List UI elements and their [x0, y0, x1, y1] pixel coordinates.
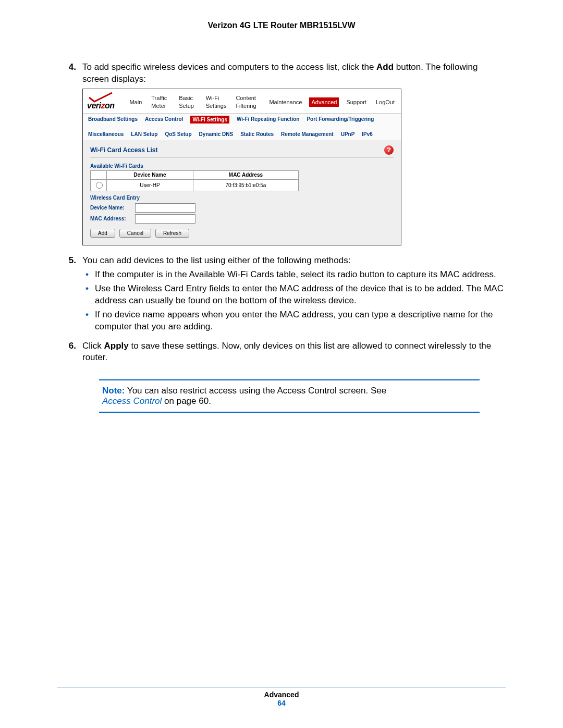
sub-tab-qos-setup[interactable]: QoS Setup: [165, 131, 191, 138]
step-4-text-a: To add specific wireless devices and com…: [82, 62, 376, 72]
verizon-logo: verizon: [87, 92, 121, 111]
sub-tab-broadband-settings[interactable]: Broadband Settings: [88, 116, 138, 124]
step-6-bold: Apply: [104, 341, 129, 351]
wireless-entry-label: Wireless Card Entry: [90, 194, 394, 202]
device-name-label: Device Name:: [90, 204, 132, 212]
cancel-button[interactable]: Cancel: [119, 229, 151, 238]
footer-section: Advanced: [57, 690, 506, 699]
footer-page: 64: [57, 699, 506, 707]
sub-tab-wi-fi-repeating-function[interactable]: Wi-Fi Repeating Function: [237, 116, 299, 124]
step-6-text-a: Click: [82, 341, 104, 351]
top-tab-content-filtering[interactable]: Content Filtering: [234, 93, 262, 111]
mac-label: MAC Address:: [90, 215, 132, 223]
step-5-text: You can add devices to the list using ei…: [82, 255, 350, 265]
sub-tab-lan-setup[interactable]: LAN Setup: [131, 131, 157, 138]
page-footer: Advanced 64: [57, 687, 506, 707]
step-4-bold: Add: [376, 62, 394, 72]
sub-tabs: Broadband SettingsAccess ControlWi-Fi Se…: [83, 113, 401, 140]
sub-tab-ipv6[interactable]: IPv6: [362, 131, 373, 138]
step-6-text-b: to save these settings. Now, only device…: [82, 341, 491, 363]
sub-tab-access-control[interactable]: Access Control: [145, 116, 183, 124]
top-tab-logout[interactable]: LogOut: [374, 97, 397, 107]
step-5-bullet-3: If no device name appears when you enter…: [82, 309, 506, 333]
col-mac: MAC Address: [193, 171, 298, 180]
note-text2: on page 60.: [162, 396, 211, 406]
note-box: Note: You can also restrict access using…: [99, 379, 480, 413]
row-device-name: User-HP: [107, 179, 193, 191]
top-tabs: MainTraffic MeterBasic SetupWi-Fi Settin…: [127, 93, 397, 111]
sub-tab-dynamic-dns[interactable]: Dynamic DNS: [199, 131, 234, 138]
sub-tab-port-forwarding-triggering[interactable]: Port Forwarding/Triggering: [307, 116, 374, 124]
top-tab-basic-setup[interactable]: Basic Setup: [177, 93, 198, 111]
step-6-num: 6.: [57, 340, 82, 364]
top-tab-traffic-meter[interactable]: Traffic Meter: [149, 93, 172, 111]
step-5-num: 5.: [57, 255, 82, 337]
add-button[interactable]: Add: [90, 229, 115, 238]
top-tab-maintenance[interactable]: Maintenance: [267, 97, 304, 107]
row-mac: 70:f3:95:b1:e0:5a: [193, 179, 298, 191]
step-4-num: 4.: [57, 61, 82, 252]
available-cards-table: Device Name MAC Address User-HP 70:f3:95…: [90, 170, 299, 191]
device-name-input[interactable]: [135, 203, 195, 213]
sub-tab-static-routes[interactable]: Static Routes: [240, 131, 274, 138]
top-tab-main[interactable]: Main: [127, 97, 144, 107]
step-6: 6. Click Apply to save these settings. N…: [57, 340, 506, 364]
note-text1: You can also restrict access using the A…: [125, 386, 386, 396]
refresh-button[interactable]: Refresh: [155, 229, 189, 238]
step-5-bullet-2: Use the Wireless Card Entry fields to en…: [82, 283, 506, 307]
available-cards-label: Available Wi-Fi Cards: [90, 163, 394, 170]
note-link[interactable]: Access Control: [102, 396, 162, 406]
sub-tab-miscellaneous[interactable]: Miscellaneous: [88, 131, 124, 138]
col-device-name: Device Name: [107, 171, 193, 180]
mac-input[interactable]: [135, 214, 195, 224]
panel-title: Wi-Fi Card Access List: [90, 146, 157, 154]
doc-title: Verizon 4G LTE Router MBR1515LVW: [57, 21, 506, 30]
sub-tab-upnp[interactable]: UPnP: [341, 131, 355, 138]
top-tab-support[interactable]: Support: [344, 97, 369, 107]
row-radio[interactable]: [96, 182, 103, 189]
sub-tab-wi-fi-settings[interactable]: Wi-Fi Settings: [190, 116, 229, 124]
note-label: Note:: [102, 386, 125, 396]
help-icon[interactable]: ?: [384, 145, 394, 155]
step-5-bullet-1: If the computer is in the Available Wi-F…: [82, 269, 506, 281]
sub-tab-remote-management[interactable]: Remote Management: [281, 131, 334, 138]
table-row: User-HP 70:f3:95:b1:e0:5a: [91, 179, 299, 191]
top-tab-wi-fi-settings[interactable]: Wi-Fi Settings: [204, 93, 229, 111]
step-4: 4. To add specific wireless devices and …: [57, 61, 506, 252]
router-screenshot: verizon MainTraffic MeterBasic SetupWi-F…: [82, 89, 401, 245]
step-5: 5. You can add devices to the list using…: [57, 255, 506, 337]
top-tab-advanced[interactable]: Advanced: [309, 97, 339, 107]
